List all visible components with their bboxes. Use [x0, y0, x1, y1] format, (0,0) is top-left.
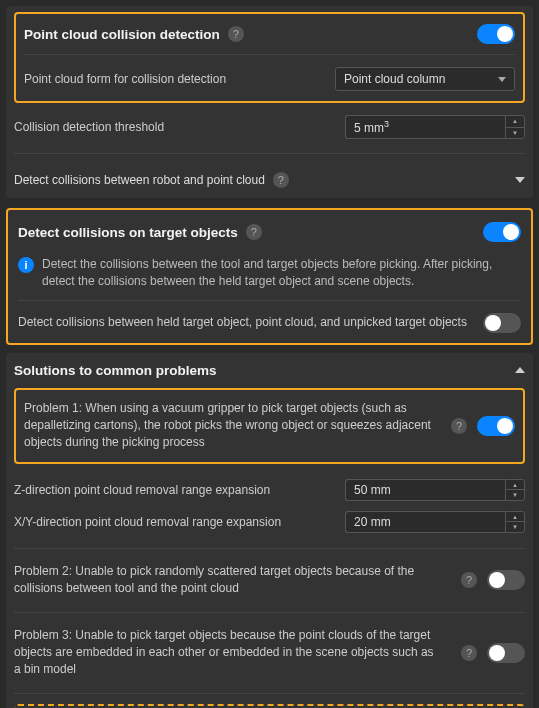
- problem1-settings: Z-direction point cloud removal range ex…: [14, 470, 525, 538]
- divider: [14, 612, 525, 613]
- xy-row: X/Y-direction point cloud removal range …: [14, 506, 525, 538]
- detect-collisions-target-panel: Detect collisions on target objects ? i …: [6, 208, 533, 345]
- help-icon[interactable]: ?: [461, 645, 477, 661]
- info-text: Detect the collisions between the tool a…: [42, 256, 521, 290]
- help-icon[interactable]: ?: [273, 172, 289, 188]
- threshold-value: 5 mm3: [345, 115, 505, 139]
- spin-up-icon[interactable]: ▲: [506, 512, 524, 523]
- help-icon[interactable]: ?: [451, 418, 467, 434]
- form-value: Point cloud column: [344, 72, 445, 86]
- divider: [14, 548, 525, 549]
- section1-title: Point cloud collision detection: [24, 27, 220, 42]
- detect-robot-expand[interactable]: Detect collisions between robot and poin…: [14, 164, 525, 190]
- section3-title: Solutions to common problems: [14, 363, 217, 378]
- help-icon[interactable]: ?: [228, 26, 244, 42]
- threshold-spinner[interactable]: ▲▼: [505, 115, 525, 139]
- section2-header: Detect collisions on target objects ?: [18, 218, 521, 248]
- spin-up-icon[interactable]: ▲: [506, 480, 524, 491]
- problem2-toggle[interactable]: [487, 570, 525, 590]
- info-block: i Detect the collisions between the tool…: [18, 252, 521, 301]
- problem3-row: Problem 3: Unable to pick target objects…: [14, 623, 525, 683]
- problem3-toggle[interactable]: [487, 643, 525, 663]
- threshold-row: Collision detection threshold 5 mm3 ▲▼: [14, 111, 525, 143]
- chevron-up-icon: [515, 367, 525, 373]
- highlight-box-section1: Point cloud collision detection ? Point …: [14, 12, 525, 103]
- form-row: Point cloud form for collision detection…: [24, 63, 515, 95]
- z-label: Z-direction point cloud removal range ex…: [14, 483, 345, 497]
- z-row: Z-direction point cloud removal range ex…: [14, 474, 525, 506]
- section2-toggle[interactable]: [483, 222, 521, 242]
- spin-up-icon[interactable]: ▲: [506, 116, 524, 128]
- highlight-box-problem4: Problem 4: For mixed-case palletizing, t…: [14, 704, 525, 708]
- z-value: 50 mm: [345, 479, 505, 501]
- help-icon[interactable]: ?: [246, 224, 262, 240]
- section1-toggle[interactable]: [477, 24, 515, 44]
- expand-label: Detect collisions between robot and poin…: [14, 173, 265, 187]
- point-cloud-collision-panel: Point cloud collision detection ? Point …: [6, 6, 533, 198]
- xy-value: 20 mm: [345, 511, 505, 533]
- spin-down-icon[interactable]: ▼: [506, 490, 524, 500]
- held-target-label: Detect collisions between held target ob…: [18, 314, 475, 331]
- problem1-toggle[interactable]: [477, 416, 515, 436]
- held-target-toggle[interactable]: [483, 313, 521, 333]
- section2-title: Detect collisions on target objects: [18, 225, 238, 240]
- info-icon: i: [18, 257, 34, 273]
- highlight-box-problem1: Problem 1: When using a vacuum gripper t…: [14, 388, 525, 464]
- xy-input[interactable]: 20 mm ▲▼: [345, 511, 525, 533]
- chevron-down-icon: [515, 177, 525, 183]
- help-icon[interactable]: ?: [461, 572, 477, 588]
- section1-header: Point cloud collision detection ?: [24, 20, 515, 55]
- xy-label: X/Y-direction point cloud removal range …: [14, 515, 345, 529]
- problem2-text: Problem 2: Unable to pick randomly scatt…: [14, 563, 443, 598]
- solutions-header[interactable]: Solutions to common problems: [14, 359, 525, 388]
- z-spinner[interactable]: ▲▼: [505, 479, 525, 501]
- form-select[interactable]: Point cloud column: [335, 67, 515, 91]
- held-target-row: Detect collisions between held target ob…: [18, 311, 521, 335]
- threshold-input[interactable]: 5 mm3 ▲▼: [345, 115, 525, 139]
- spin-down-icon[interactable]: ▼: [506, 128, 524, 139]
- chevron-down-icon: [498, 77, 506, 82]
- form-label: Point cloud form for collision detection: [24, 72, 335, 86]
- divider: [14, 153, 525, 154]
- problem3-text: Problem 3: Unable to pick target objects…: [14, 627, 443, 679]
- xy-spinner[interactable]: ▲▼: [505, 511, 525, 533]
- z-input[interactable]: 50 mm ▲▼: [345, 479, 525, 501]
- spin-down-icon[interactable]: ▼: [506, 522, 524, 532]
- problem1-row: Problem 1: When using a vacuum gripper t…: [24, 396, 515, 456]
- problem1-text: Problem 1: When using a vacuum gripper t…: [24, 400, 433, 452]
- solutions-panel: Solutions to common problems Problem 1: …: [6, 353, 533, 708]
- threshold-label: Collision detection threshold: [14, 120, 345, 134]
- problem2-row: Problem 2: Unable to pick randomly scatt…: [14, 559, 525, 602]
- divider: [14, 693, 525, 694]
